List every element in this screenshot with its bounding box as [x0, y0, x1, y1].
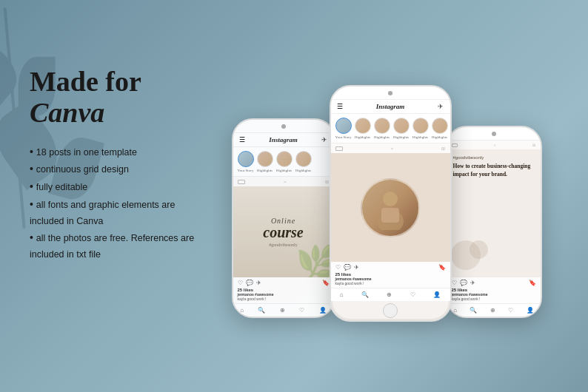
bottom-nav-right: ⌂ 🔍 ⊕ ♡ 👤 — [447, 303, 541, 317]
home-icon-right[interactable]: ⌂ — [453, 307, 457, 314]
story-label-h5-center: Highlights — [432, 135, 447, 139]
story-circle-h1-center — [355, 118, 371, 134]
quote-post-right: #goodvibesonly How to create business-ch… — [447, 149, 541, 277]
bookmark-icon-left[interactable]: 🔖 — [322, 280, 330, 286]
search-icon-left[interactable]: 🔍 — [258, 307, 265, 314]
heart-icon-center[interactable]: ♡ — [335, 264, 341, 271]
profile-icon-center[interactable]: 👤 — [433, 291, 441, 298]
story-your-left[interactable]: Your Story — [238, 151, 254, 172]
home-icon-left[interactable]: ⌂ — [240, 307, 244, 314]
phones-area: ☰ Instagram ✈ Your Story Highlights — [185, 15, 588, 392]
story-h1-center[interactable]: Highlights — [355, 118, 371, 139]
ig-post-left: ≡ ⊞ Online course #goodvibesonly 🌿 — [233, 177, 334, 303]
blob-2 — [470, 240, 488, 259]
story-label-your-center: Your Story — [335, 135, 352, 139]
ig-stories-center: Your Story Highlights Highlights Highlig… — [331, 114, 450, 143]
course-label: course — [263, 225, 303, 240]
bookmark-icon-right[interactable]: 🔖 — [529, 280, 536, 286]
phone-left: ☰ Instagram ✈ Your Story Highlights — [232, 118, 335, 318]
story-circle-h4-center — [412, 118, 429, 134]
activity-icon-right[interactable]: ♡ — [508, 307, 513, 314]
phone-top-bar-right — [447, 127, 541, 141]
course-hashtag: #goodvibesonly — [263, 243, 303, 247]
story-label-h3-left: Highlights — [295, 169, 311, 172]
story-circle-h5-center — [432, 118, 448, 134]
ig-ui-left: ☰ Instagram ✈ Your Story Highlights — [233, 133, 334, 317]
action-icons-right: ♡ 💬 ✈ — [452, 280, 475, 286]
quote-hashtag: #goodvibesonly — [453, 155, 535, 160]
story-label-h2-left: Highlights — [276, 169, 292, 172]
profile-icon-right[interactable]: 👤 — [527, 307, 534, 314]
story-label-h1-left: Highlights — [257, 169, 273, 172]
story-label-h2-center: Highlights — [374, 135, 390, 139]
post-nav-center: ≡ ⊞ — [331, 143, 450, 153]
phone-top-bar-center — [331, 87, 450, 100]
quote-text: How to create business-changing impact f… — [453, 163, 535, 178]
phone-top-bar-left — [233, 120, 334, 133]
story-h1-left[interactable]: Highlights — [257, 151, 273, 172]
story-h2-left[interactable]: Highlights — [276, 151, 293, 172]
post-actions-right: ♡ 💬 ✈ 🔖 — [452, 280, 536, 286]
story-h5-center[interactable]: Highlights — [432, 118, 448, 139]
ig-actions-center: ✈ — [438, 103, 444, 110]
story-h2-center[interactable]: Highlights — [374, 118, 390, 139]
camera-icon-left: ☰ — [239, 136, 245, 143]
post-image-center — [331, 153, 450, 262]
story-label-h3-center: Highlights — [393, 135, 409, 139]
comment2-left: kayla good work ! — [238, 297, 330, 301]
story-h3-left[interactable]: Highlights — [295, 151, 312, 172]
action-icons-center: ♡ 💬 ✈ — [335, 264, 359, 271]
heart-icon-left[interactable]: ♡ — [238, 280, 243, 286]
story-circle-h1-left — [257, 151, 273, 167]
share-icon-left[interactable]: ✈ — [256, 280, 261, 286]
story-label-your-left: Your Story — [238, 169, 254, 172]
search-icon-right[interactable]: 🔍 — [470, 307, 477, 314]
ig-actions-left: ✈ — [321, 136, 327, 143]
comment-icon-right[interactable]: 💬 — [460, 280, 467, 286]
activity-icon-center[interactable]: ♡ — [410, 291, 415, 298]
story-circle-your-left — [238, 151, 254, 167]
ig-logo-center: Instagram — [376, 103, 405, 110]
ig-header-center: ☰ Instagram ✈ — [331, 100, 450, 114]
send-icon-center: ✈ — [438, 103, 444, 110]
profile-icon-left[interactable]: 👤 — [319, 307, 327, 314]
main-title: Made for Canva — [30, 67, 200, 129]
bullet-4: all fonts and graphic elements are inclu… — [30, 196, 200, 229]
search-icon-center[interactable]: 🔍 — [361, 291, 369, 298]
photo-circle — [361, 178, 420, 237]
course-text-left: Online course #goodvibesonly — [263, 217, 303, 247]
story-your-center[interactable]: Your Story — [335, 118, 352, 139]
post-bottom-left: ♡ 💬 ✈ 🔖 25 likes jermanos #awesome kayla… — [233, 277, 334, 303]
story-h4-center[interactable]: Highlights — [412, 118, 429, 139]
story-circle-your-center — [335, 118, 352, 134]
home-icon-center[interactable]: ⌂ — [340, 291, 344, 298]
camera-dot-center — [388, 91, 392, 95]
bullet-3: fully editable — [30, 178, 200, 196]
add-icon-center[interactable]: ⊕ — [387, 291, 392, 298]
share-icon-center[interactable]: ✈ — [354, 264, 359, 271]
person-svg — [368, 186, 412, 230]
story-h3-center[interactable]: Highlights — [393, 118, 410, 139]
story-circle-h3-left — [295, 151, 312, 167]
heart-icon-right[interactable]: ♡ — [452, 280, 457, 286]
left-panel: Made for Canva 18 posts in one template … — [30, 67, 200, 263]
send-icon-left: ✈ — [321, 136, 327, 143]
post-actions-center: ♡ 💬 ✈ 🔖 — [335, 264, 446, 271]
comment-icon-center[interactable]: 💬 — [344, 264, 351, 271]
phone-center: ☰ Instagram ✈ Your Story Highlights High… — [330, 85, 452, 322]
camera-dot-right — [492, 132, 496, 136]
leaf-decoration-left: 🌿 — [295, 242, 334, 277]
add-icon-left[interactable]: ⊕ — [280, 307, 285, 314]
activity-icon-left[interactable]: ♡ — [299, 307, 304, 314]
share-icon-right[interactable]: ✈ — [470, 280, 475, 286]
add-icon-right[interactable]: ⊕ — [490, 307, 495, 314]
comment-icon-left[interactable]: 💬 — [246, 280, 253, 286]
bottom-nav-center: ⌂ 🔍 ⊕ ♡ 👤 — [331, 288, 450, 301]
post-nav-left: ≡ ⊞ — [233, 177, 334, 186]
bookmark-icon-center[interactable]: 🔖 — [438, 264, 446, 271]
ig-ui-center: ☰ Instagram ✈ Your Story Highlights High… — [331, 100, 450, 301]
phone-right: ≡ ⊞ #goodvibesonly How to create busines… — [446, 126, 542, 318]
story-label-h4-center: Highlights — [412, 135, 428, 139]
home-button-center[interactable] — [383, 303, 398, 318]
comment2-center: kayla good work ! — [335, 281, 446, 285]
